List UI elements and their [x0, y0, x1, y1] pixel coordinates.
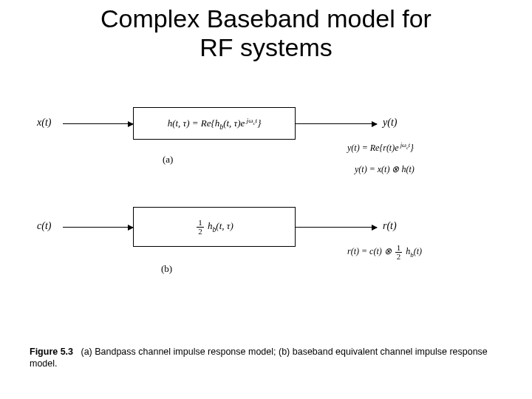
slide-title: Complex Baseband model for RF systems — [0, 0, 532, 62]
input-b-label: c(t) — [37, 220, 51, 232]
subfig-a-label: (a) — [163, 154, 173, 166]
figure-caption: Figure 5.3 (a) Bandpass channel impulse … — [30, 346, 502, 370]
arrow-b-in — [63, 227, 133, 228]
block-a-content: h(t, τ) = Re{hb(t, τ)e jωct} — [168, 117, 262, 131]
block-a: h(t, τ) = Re{hb(t, τ)e jωct} — [133, 107, 296, 140]
input-a-label: x(t) — [37, 117, 51, 129]
equation-a2: y(t) = x(t) ⊗ h(t) — [355, 164, 415, 175]
block-b: 12 hb(t, τ) — [133, 207, 296, 247]
equation-b1: r(t) = c(t) ⊗ 12 hb(t) — [347, 244, 422, 261]
caption-text: (a) Bandpass channel impulse response mo… — [30, 347, 488, 369]
arrow-a-in — [63, 123, 133, 124]
arrow-b-out — [296, 227, 377, 228]
output-b-label: r(t) — [383, 220, 397, 232]
equation-a1: y(t) = Re{r(t)e jωct} — [347, 142, 414, 154]
arrow-a-out — [296, 123, 377, 124]
diagram-area: x(t) h(t, τ) = Re{hb(t, τ)e jωct} y(t) (… — [30, 96, 502, 355]
title-line-1: Complex Baseband model for — [100, 4, 432, 33]
figure-number: Figure 5.3 — [30, 347, 73, 357]
output-a-label: y(t) — [383, 117, 397, 129]
block-b-content: 12 hb(t, τ) — [195, 219, 233, 236]
title-line-2: RF systems — [200, 33, 332, 61]
subfig-b-label: (b) — [161, 263, 172, 275]
